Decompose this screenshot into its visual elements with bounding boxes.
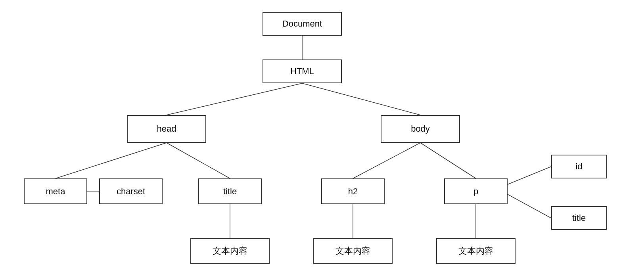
node-head-label: head bbox=[157, 124, 176, 134]
node-html: HTML bbox=[263, 59, 342, 83]
node-body: body bbox=[381, 115, 460, 143]
node-html-label: HTML bbox=[290, 66, 314, 77]
connector-lines bbox=[0, 0, 644, 276]
node-title-label: title bbox=[223, 186, 237, 197]
node-h2-label: h2 bbox=[348, 186, 358, 197]
node-p-text: 文本内容 bbox=[436, 238, 516, 264]
node-titleattr-label: title bbox=[572, 213, 586, 223]
node-id-label: id bbox=[575, 161, 582, 172]
node-id-attr: id bbox=[551, 155, 607, 178]
diagram: Document HTML head body meta charset tit… bbox=[0, 0, 644, 276]
svg-line-2 bbox=[302, 83, 420, 115]
svg-line-3 bbox=[56, 143, 167, 178]
node-title-text: 文本内容 bbox=[190, 238, 270, 264]
node-p-label: p bbox=[473, 186, 478, 197]
svg-line-6 bbox=[353, 143, 420, 178]
node-charset-label: charset bbox=[117, 186, 145, 197]
node-document-label: Document bbox=[282, 19, 322, 29]
node-title: title bbox=[198, 178, 262, 204]
svg-line-4 bbox=[167, 143, 230, 178]
node-meta: meta bbox=[24, 178, 87, 204]
node-body-label: body bbox=[411, 124, 430, 134]
svg-line-12 bbox=[508, 194, 551, 218]
node-h2text-label: 文本内容 bbox=[335, 245, 370, 257]
node-meta-label: meta bbox=[46, 186, 65, 197]
svg-line-7 bbox=[420, 143, 476, 178]
node-titletext-label: 文本内容 bbox=[213, 245, 247, 257]
svg-line-1 bbox=[167, 83, 302, 115]
svg-line-11 bbox=[508, 167, 551, 184]
node-head: head bbox=[127, 115, 206, 143]
node-h2: h2 bbox=[321, 178, 385, 204]
node-title-attr: title bbox=[551, 206, 607, 230]
node-charset: charset bbox=[99, 178, 163, 204]
node-h2-text: 文本内容 bbox=[313, 238, 393, 264]
node-p: p bbox=[444, 178, 508, 204]
node-document: Document bbox=[263, 12, 342, 36]
node-ptext-label: 文本内容 bbox=[458, 245, 493, 257]
